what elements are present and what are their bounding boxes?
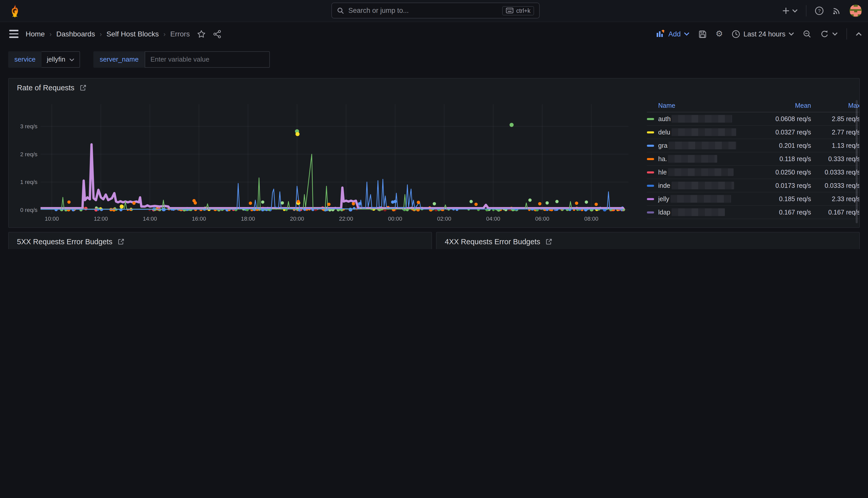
legend-row-inde[interactable]: inde0.0173 req/s0.0333 req/s xyxy=(647,179,860,193)
series-value-2: 0.167 req/s xyxy=(811,209,860,216)
collapse-toolbar-button[interactable] xyxy=(856,31,862,36)
breadcrumb-item-dashboards[interactable]: Dashboards xyxy=(56,30,95,38)
legend-row-ha[interactable]: ha.0.118 req/s0.333 req/s xyxy=(647,153,860,166)
favorite-star-icon[interactable] xyxy=(197,29,206,38)
series-value-1: 0.201 req/s xyxy=(758,142,811,149)
series-value-1: 0.185 req/s xyxy=(758,195,811,202)
series-color-pill xyxy=(647,144,654,146)
panel-5xx-error-budgets: 5XX Requests Error Budgets 12:0016:0020:… xyxy=(8,232,432,249)
variable-service-select[interactable]: jellyfin xyxy=(42,51,80,68)
series-name[interactable]: delu xyxy=(658,128,758,136)
series-name[interactable]: inde xyxy=(658,182,758,189)
external-link-icon[interactable] xyxy=(545,238,552,245)
series-line-grafana xyxy=(41,179,623,209)
panel-title[interactable]: 4XX Requests Error Budgets xyxy=(445,238,540,246)
external-link-icon[interactable] xyxy=(80,84,87,91)
legend-row-auth[interactable]: auth0.0608 req/s2.85 req/s xyxy=(647,113,860,126)
save-dashboard-button[interactable] xyxy=(698,29,707,38)
shortcut-hint: ctrl+k xyxy=(502,6,534,15)
variable-server-name-input[interactable]: Enter variable value xyxy=(145,51,270,68)
svg-text:?: ? xyxy=(818,8,821,14)
news-button[interactable] xyxy=(832,6,841,15)
series-color-pill xyxy=(647,211,654,213)
chevron-up-icon xyxy=(856,31,862,36)
series-line-auth xyxy=(41,154,623,209)
legend-row-delu[interactable]: delu0.0327 req/s2.77 req/s xyxy=(647,126,860,139)
legend-row-ldap[interactable]: ldap0.167 req/s0.167 req/s xyxy=(647,206,860,219)
share-icon[interactable] xyxy=(213,29,222,38)
series-name[interactable]: ldap xyxy=(658,208,758,216)
legend-row-hle[interactable]: hle0.0250 req/s0.0333 req/s xyxy=(647,166,860,179)
legend-header: NameMeanMax xyxy=(647,99,860,113)
x-tick-label: 00:00 xyxy=(388,215,402,222)
breadcrumb-item-errors[interactable]: Errors xyxy=(170,30,190,38)
series-name[interactable]: jelly xyxy=(658,195,758,203)
breadcrumb-separator: › xyxy=(163,30,166,38)
series-value-2: 2.77 req/s xyxy=(811,129,860,136)
dashboard-settings-button[interactable]: ⚙ xyxy=(716,30,723,38)
help-circle-icon: ? xyxy=(815,6,824,15)
series-name[interactable]: auth xyxy=(658,115,758,123)
legend-col-name[interactable]: Name xyxy=(658,102,758,109)
panel-title[interactable]: 5XX Requests Error Budgets xyxy=(17,238,112,246)
chevron-down-icon xyxy=(792,9,798,13)
series-value-1: 0.0173 req/s xyxy=(758,182,811,189)
clock-icon xyxy=(732,29,740,38)
x-tick-label: 14:00 xyxy=(143,215,157,222)
help-button[interactable]: ? xyxy=(815,6,824,15)
redacted-text xyxy=(668,155,718,163)
zoom-out-icon xyxy=(803,29,812,38)
legend-row-jelly[interactable]: jelly0.185 req/s2.33 req/s xyxy=(647,193,860,206)
rate-chart[interactable]: 10:0012:0014:0016:0018:0020:0022:0000:00… xyxy=(9,98,650,227)
series-value-1: 0.0250 req/s xyxy=(758,169,811,176)
variable-service-label: service xyxy=(8,51,42,68)
mega-menu-toggle[interactable] xyxy=(9,30,18,38)
gear-icon: ⚙ xyxy=(716,30,723,38)
breadcrumb-item-home[interactable]: Home xyxy=(26,30,45,38)
x-tick-label: 08:00 xyxy=(584,215,598,222)
user-avatar[interactable] xyxy=(850,5,862,17)
x-tick-label: 04:00 xyxy=(486,215,500,222)
add-panel-button[interactable]: Add xyxy=(656,30,690,38)
y-tick-label: 0 req/s xyxy=(20,207,38,213)
breadcrumb-item-self-host-blocks[interactable]: Self Host Blocks xyxy=(106,30,159,38)
grafana-logo[interactable] xyxy=(8,4,22,17)
add-label: Add xyxy=(668,30,681,38)
series-name[interactable]: hle xyxy=(658,168,758,176)
breadcrumb-separator: › xyxy=(50,30,52,38)
top-nav-bar: Search or jump to... ctrl+k xyxy=(0,0,868,22)
legend-scrollbar[interactable] xyxy=(856,100,858,223)
external-link-icon[interactable] xyxy=(118,238,125,245)
time-range-label: Last 24 hours xyxy=(743,30,785,38)
legend-col-1[interactable]: Mean xyxy=(758,102,811,109)
series-value-2: 0.333 req/s xyxy=(811,155,860,162)
chevron-down-icon xyxy=(832,32,838,36)
x-tick-label: 20:00 xyxy=(290,215,304,222)
x-tick-label: 02:00 xyxy=(437,215,451,222)
redacted-text xyxy=(668,142,736,149)
series-name[interactable]: gra xyxy=(658,142,758,149)
legend-col-2[interactable]: Max xyxy=(811,102,860,109)
redacted-text xyxy=(671,128,736,136)
panel-title[interactable]: Rate of Requests xyxy=(17,84,75,92)
series-color-pill xyxy=(647,184,654,186)
save-icon xyxy=(698,29,707,38)
series-value-2: 0.0333 req/s xyxy=(811,182,860,189)
series-name[interactable]: ha. xyxy=(658,155,758,163)
chevron-down-icon xyxy=(69,58,75,61)
series-color-pill xyxy=(647,131,654,133)
series-value-2: 2.33 req/s xyxy=(811,195,860,202)
time-range-picker[interactable]: Last 24 hours xyxy=(732,29,794,38)
global-search-input[interactable]: Search or jump to... ctrl+k xyxy=(331,3,540,18)
rate-legend: NameMeanMaxauth0.0608 req/s2.85 req/sdel… xyxy=(642,99,860,219)
series-value-2: 2.85 req/s xyxy=(811,115,860,122)
redacted-text xyxy=(668,168,733,176)
redacted-text xyxy=(671,208,725,216)
divider xyxy=(806,5,806,16)
plus-icon xyxy=(782,7,790,15)
panel-rate-of-requests: Rate of Requests 10:0012:0014:0016:0018:… xyxy=(8,78,860,228)
legend-row-gra[interactable]: gra0.201 req/s1.13 req/s xyxy=(647,139,860,153)
zoom-out-time-button[interactable] xyxy=(803,29,812,38)
refresh-button[interactable] xyxy=(820,29,838,38)
new-menu-button[interactable] xyxy=(782,7,798,15)
